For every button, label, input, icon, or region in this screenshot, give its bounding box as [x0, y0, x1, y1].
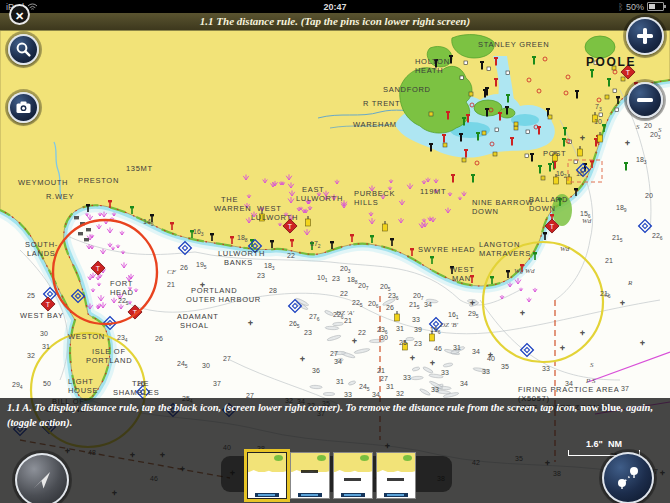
svg-text:T: T [288, 223, 293, 230]
tutorial-page-thumbnail-3[interactable] [333, 452, 373, 499]
tutorial-title-bar: 1.1 The distance rule. (Tap the pins ico… [0, 13, 670, 31]
highlight-text: now blue [580, 402, 621, 413]
locate-arrow-icon [30, 468, 54, 492]
tutorial-page-thumbnail-1[interactable] [247, 452, 287, 499]
locate-button[interactable] [15, 453, 69, 503]
thumb-bottom-bar [255, 493, 279, 497]
search-button[interactable] [8, 34, 39, 65]
tutorial-title: 1.1 The distance rule. (Tap the pins ico… [200, 15, 470, 27]
svg-text:T: T [550, 223, 555, 230]
close-icon: ✕ [15, 10, 24, 22]
thumb-island [317, 455, 326, 461]
thumb-bottom-bar [341, 493, 365, 497]
plus-icon [636, 27, 654, 45]
distance-pins-button[interactable] [602, 452, 654, 503]
status-bar: iPad 20:47 ᛒ 50% [0, 0, 670, 13]
thumb-bottom-bar [384, 493, 408, 497]
navionics-app: TTTTTT STANLEY GREENPOOLEHOLTONHEATHSAND… [0, 0, 670, 503]
tutorial-instruction: 1.1 A. To display distance rule, tap the… [7, 401, 662, 430]
pins-icon [615, 465, 641, 491]
tutorial-page-thumbnail-4[interactable] [376, 452, 416, 499]
clock: 20:47 [0, 2, 670, 12]
close-button[interactable]: ✕ [9, 4, 30, 25]
camera-icon [15, 99, 32, 116]
tutorial-filmstrip [247, 452, 416, 499]
search-icon [15, 41, 32, 58]
zoom-in-button[interactable] [626, 17, 664, 55]
tutorial-page-thumbnail-2[interactable] [290, 452, 330, 499]
minus-icon [636, 91, 654, 109]
thumb-overlay-bar [387, 478, 404, 481]
battery-icon [647, 2, 664, 11]
thumb-overlay-bar [301, 470, 318, 473]
svg-text:T: T [626, 69, 631, 76]
thumb-overlay-bar [344, 478, 361, 481]
camera-button[interactable] [8, 92, 39, 123]
svg-text:T: T [96, 265, 101, 272]
svg-text:T: T [46, 301, 51, 308]
thumb-island [274, 455, 283, 461]
thumb-island [403, 455, 412, 461]
thumb-island [360, 455, 369, 461]
thumb-bottom-bar [298, 493, 322, 497]
zoom-out-button[interactable] [627, 82, 663, 118]
